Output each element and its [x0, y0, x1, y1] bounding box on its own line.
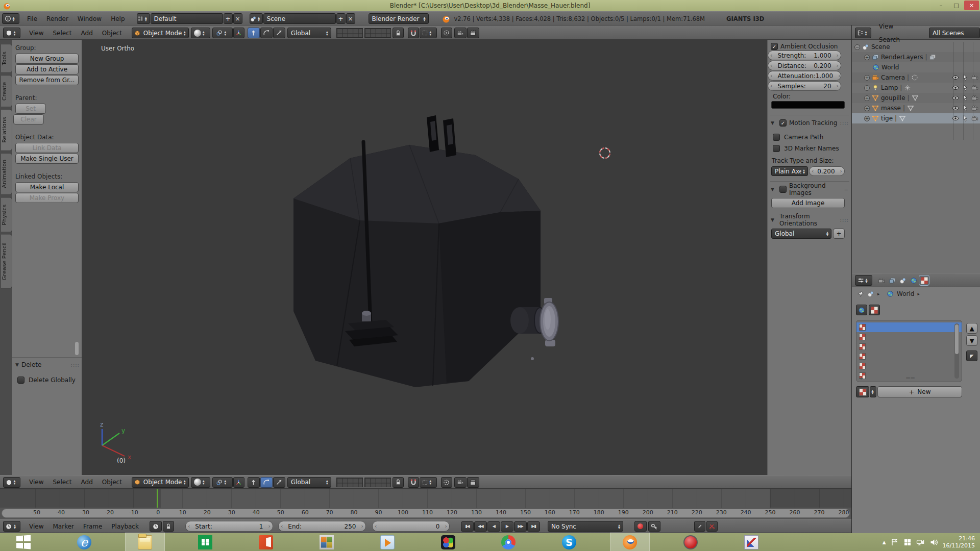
marker-names-row[interactable]: 3D Marker Names: [773, 145, 839, 152]
link-data-button[interactable]: Link Data: [15, 143, 79, 153]
texture-id-spinner[interactable]: [870, 386, 876, 397]
pivot-point-dropdown[interactable]: [212, 28, 233, 38]
delete-keyframe-button[interactable]: [706, 521, 718, 532]
delete-layout-button[interactable]: ×: [233, 13, 242, 24]
delete-globally-row[interactable]: Delete Globally: [17, 377, 76, 384]
delete-panel-header[interactable]: ▼ Delete ::::: [15, 361, 80, 368]
expand-toggle[interactable]: +: [864, 95, 870, 101]
tab-create[interactable]: Create: [1, 75, 12, 107]
volume-icon[interactable]: [929, 538, 938, 546]
tab-tools[interactable]: Tools: [1, 44, 12, 73]
timeline-menu-view[interactable]: View: [24, 520, 48, 533]
outliner-item-lamp[interactable]: + Lamp |: [852, 83, 980, 93]
scale-manipulator-button[interactable]: [273, 28, 285, 38]
add-slot-icon[interactable]: +: [859, 375, 863, 381]
timeline-menu-frame[interactable]: Frame: [79, 520, 107, 533]
hidden-icons-chevron[interactable]: ▲: [883, 540, 886, 545]
screen-layout-icon[interactable]: [137, 13, 150, 24]
viewport-shading-dropdown[interactable]: [191, 28, 210, 38]
expand-toggle[interactable]: +: [864, 106, 870, 111]
mediaplayer-icon[interactable]: [368, 533, 407, 551]
delete-scene-button[interactable]: ×: [346, 13, 355, 24]
next-keyframe-button[interactable]: ▶▶: [514, 521, 527, 532]
editor-type-button[interactable]: [2, 13, 19, 24]
background-images-checkbox[interactable]: [779, 186, 787, 193]
panel-grip-icon[interactable]: ::::: [840, 120, 849, 126]
red-app-icon[interactable]: [671, 533, 710, 551]
background-images-header[interactable]: ▼ Background Images =: [768, 184, 852, 195]
screen-layout-field[interactable]: Default: [151, 13, 223, 24]
layers-grid-2[interactable]: [364, 478, 391, 487]
render-border-button[interactable]: [441, 477, 452, 488]
outliner-item-renderlayers[interactable]: + RenderLayers |: [852, 52, 980, 62]
playback-range-button[interactable]: [150, 521, 162, 532]
menu-add[interactable]: Add: [77, 475, 97, 489]
marker-names-checkbox[interactable]: [773, 145, 780, 152]
object-name[interactable]: World: [881, 64, 899, 71]
object-name[interactable]: Camera: [881, 74, 905, 81]
editor-type-button[interactable]: [3, 521, 20, 532]
snap-toggle-button[interactable]: [408, 28, 419, 38]
texture-context-icon[interactable]: [919, 276, 929, 285]
add-scene-button[interactable]: +: [336, 13, 346, 24]
world-breadcrumb-icon[interactable]: [887, 290, 894, 297]
delete-globally-checkbox[interactable]: [17, 377, 24, 384]
start-icon[interactable]: [4, 533, 43, 551]
render-engine-dropdown[interactable]: Blender Render: [369, 13, 429, 24]
texture-slot[interactable]: [856, 332, 962, 342]
renderlayers-context-icon[interactable]: [887, 276, 897, 285]
current-frame-field[interactable]: 0: [372, 521, 450, 532]
outliner-item-scene[interactable]: − Scene: [852, 42, 980, 52]
chrome-icon[interactable]: [489, 533, 528, 551]
scene-selector-icon[interactable]: [250, 13, 263, 24]
lock-to-scene-button[interactable]: [393, 28, 404, 38]
menu-window[interactable]: Window: [73, 12, 106, 26]
camera-path-checkbox[interactable]: [773, 134, 780, 141]
world-context-icon[interactable]: [909, 276, 918, 285]
render-opengl-anim-button[interactable]: [467, 28, 479, 38]
outliner-menu-view[interactable]: View: [874, 20, 898, 33]
insert-keyframe-button[interactable]: [694, 521, 705, 532]
expand-toggle[interactable]: +: [864, 116, 870, 121]
panel-grip-icon[interactable]: ::::: [840, 217, 849, 223]
outliner-item-masse[interactable]: + masse |: [852, 103, 980, 113]
maximize-button[interactable]: □: [949, 1, 964, 10]
slot-move-up-button[interactable]: ▲: [966, 323, 977, 334]
slot-specials-button[interactable]: ◤: [966, 350, 977, 361]
menu-add[interactable]: Add: [77, 27, 97, 40]
expand-toggle[interactable]: −: [854, 44, 860, 50]
motion-tracking-checkbox[interactable]: [779, 119, 787, 127]
new-group-button[interactable]: New Group: [15, 54, 79, 64]
pivot-point-dropdown[interactable]: [212, 477, 233, 488]
parent-set-button[interactable]: Set: [15, 104, 46, 114]
orientation-dropdown[interactable]: Global: [287, 477, 331, 488]
object-name[interactable]: goupille: [881, 94, 905, 102]
ambient-occlusion-checkbox[interactable]: [771, 43, 778, 50]
orientation-dropdown[interactable]: Global: [287, 28, 331, 38]
editor-type-button[interactable]: [855, 28, 871, 38]
add-layout-button[interactable]: +: [224, 13, 233, 24]
store-icon[interactable]: [186, 533, 225, 551]
panel-grip-icon[interactable]: =: [844, 187, 849, 192]
remove-from-group-button[interactable]: Remove from Gr...: [15, 75, 79, 85]
expand-toggle[interactable]: +: [864, 55, 870, 60]
expand-toggle[interactable]: +: [864, 75, 870, 81]
timeline-menu-marker[interactable]: Marker: [48, 520, 78, 533]
pin-icon[interactable]: [857, 290, 864, 297]
layers-grid-1[interactable]: [336, 28, 363, 38]
menu-help[interactable]: Help: [106, 12, 129, 26]
scene-breadcrumb-icon[interactable]: [867, 290, 874, 297]
frame-end-field[interactable]: End:250: [278, 521, 366, 532]
clock[interactable]: 21:46 16/11/2015: [943, 535, 975, 549]
puzzle-app-icon[interactable]: [429, 533, 468, 551]
jump-start-button[interactable]: ▮◀: [461, 521, 474, 532]
action-center-flag-icon[interactable]: [891, 538, 899, 546]
explorer-icon[interactable]: [126, 533, 164, 551]
ao-color-swatch[interactable]: [771, 101, 845, 109]
rotate-manipulator-button[interactable]: [260, 28, 273, 38]
track-size-field[interactable]: 0.200: [809, 166, 845, 176]
manipulator-toggle[interactable]: [233, 477, 244, 488]
windows-tray-icon[interactable]: [903, 538, 912, 546]
tab-grease-pencil[interactable]: Grease Pencil: [1, 234, 12, 289]
parent-clear-button[interactable]: Clear: [13, 114, 44, 124]
